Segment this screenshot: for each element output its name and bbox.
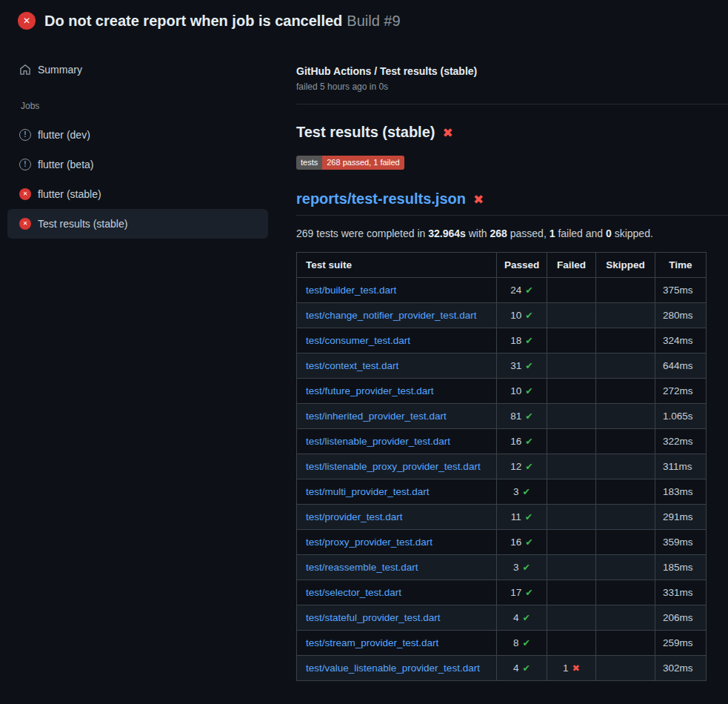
time-cell: 185ms	[655, 555, 707, 580]
skipped-cell	[596, 278, 655, 303]
col-header-time: Time	[655, 253, 707, 278]
suite-link[interactable]: test/reassemble_test.dart	[306, 562, 418, 573]
job-status-icon: !	[19, 159, 31, 170]
col-header-failed: Failed	[547, 253, 596, 278]
sidebar-job-item[interactable]: ! flutter (beta)	[7, 150, 268, 179]
suite-cell: test/provider_test.dart	[297, 505, 497, 530]
failed-cell: ✖	[547, 555, 596, 580]
job-label: flutter (beta)	[38, 159, 93, 170]
time-cell: 291ms	[655, 505, 707, 530]
report-file-link[interactable]: reports/test-results.json	[296, 190, 466, 207]
passed-count: 81	[510, 411, 521, 422]
suite-cell: test/consumer_test.dart	[297, 328, 497, 353]
passed-count: 11	[511, 511, 521, 522]
check-icon: ✔	[523, 663, 530, 674]
failed-cell: ✖	[547, 328, 596, 353]
summary-label: Summary	[38, 64, 82, 76]
passed-cell: 8✔	[497, 631, 547, 656]
table-header-row: Test suite Passed Failed Skipped Time	[297, 253, 707, 278]
check-icon: ✔	[525, 386, 532, 396]
col-header-test-suite: Test suite	[297, 253, 497, 278]
passed-count: 3	[513, 486, 519, 497]
suite-link[interactable]: test/consumer_test.dart	[306, 335, 410, 346]
job-label: flutter (dev)	[38, 129, 90, 141]
jobs-list: ! flutter (dev) ! flutter (beta) ✕ flutt…	[7, 120, 268, 239]
suite-link[interactable]: test/proxy_provider_test.dart	[306, 537, 433, 548]
job-status-icon: ✕	[19, 188, 31, 200]
sidebar-job-item[interactable]: ✕ Test results (stable)	[7, 209, 268, 239]
suite-cell: test/stream_provider_test.dart	[297, 631, 497, 656]
badge-value: 268 passed, 1 failed	[322, 156, 404, 170]
suite-cell: test/builder_test.dart	[297, 278, 497, 303]
suite-cell: test/inherited_provider_test.dart	[297, 404, 497, 429]
job-status-icon: ✕	[19, 218, 31, 230]
table-row: test/proxy_provider_test.dart 16✔ ✖ 359m…	[297, 530, 707, 555]
suite-link[interactable]: test/context_test.dart	[306, 360, 398, 371]
suite-cell: test/reassemble_test.dart	[297, 555, 497, 580]
check-icon: ✔	[525, 311, 532, 321]
suite-link[interactable]: test/inherited_provider_test.dart	[306, 411, 447, 422]
suite-link[interactable]: test/change_notifier_provider_test.dart	[306, 310, 476, 321]
table-row: test/change_notifier_provider_test.dart …	[297, 303, 707, 328]
suite-link[interactable]: test/provider_test.dart	[306, 511, 403, 522]
time-cell: 375ms	[655, 278, 707, 303]
passed-count: 17	[510, 587, 521, 598]
table-row: test/provider_test.dart 11✔ ✖ 291ms	[297, 505, 707, 530]
summary-failed-count: 1	[550, 228, 555, 239]
time-cell: 322ms	[655, 429, 707, 454]
time-cell: 324ms	[655, 328, 707, 353]
suite-link[interactable]: test/multi_provider_test.dart	[306, 486, 430, 497]
sidebar-job-item[interactable]: ! flutter (dev)	[7, 120, 268, 150]
passed-count: 12	[510, 461, 521, 472]
suite-cell: test/selector_test.dart	[297, 580, 497, 605]
failed-cell: ✖	[547, 530, 596, 555]
check-icon: ✔	[523, 638, 530, 648]
skipped-cell	[596, 429, 655, 454]
sidebar-job-item[interactable]: ✕ flutter (stable)	[7, 179, 268, 209]
suite-link[interactable]: test/future_provider_test.dart	[306, 385, 434, 396]
job-label: Test results (stable)	[38, 218, 127, 230]
failed-cell: ✖	[547, 631, 596, 656]
col-header-skipped: Skipped	[596, 253, 655, 278]
job-label: flutter (stable)	[38, 188, 101, 200]
passed-cell: 24✔	[497, 278, 547, 303]
table-row: test/multi_provider_test.dart 3✔ ✖ 183ms	[297, 479, 707, 505]
job-status-icon: !	[19, 129, 31, 141]
suite-link[interactable]: test/listenable_provider_test.dart	[306, 436, 450, 447]
skipped-cell	[596, 605, 655, 631]
failed-cell: ✖	[547, 580, 596, 605]
check-icon: ✔	[525, 462, 532, 472]
failed-cell: ✖	[547, 353, 596, 379]
suite-cell: test/proxy_provider_test.dart	[297, 530, 497, 555]
skipped-cell	[596, 555, 655, 580]
table-row: test/inherited_provider_test.dart 81✔ ✖ …	[297, 404, 707, 429]
suite-link[interactable]: test/listenable_proxy_provider_test.dart	[306, 461, 481, 472]
suite-link[interactable]: test/builder_test.dart	[306, 285, 396, 296]
badge-label: tests	[296, 156, 322, 170]
section-title: Test results (stable)	[296, 124, 435, 141]
failed-cell: ✖	[547, 278, 596, 303]
summary-part: with	[466, 228, 490, 239]
table-row: test/builder_test.dart 24✔ ✖ 375ms	[297, 278, 707, 303]
home-icon	[19, 64, 31, 76]
passed-cell: 12✔	[497, 454, 547, 479]
passed-count: 4	[513, 612, 519, 623]
table-body: test/builder_test.dart 24✔ ✖ 375ms test/…	[297, 278, 707, 681]
passed-count: 8	[513, 637, 519, 648]
report-heading-row: reports/test-results.json ✖	[296, 190, 728, 216]
suite-link[interactable]: test/stateful_provider_test.dart	[306, 612, 441, 623]
skipped-cell	[596, 353, 655, 379]
sidebar-item-summary[interactable]: Summary	[7, 59, 268, 80]
passed-count: 4	[513, 663, 519, 674]
suite-link[interactable]: test/stream_provider_test.dart	[306, 637, 438, 648]
passed-count: 31	[510, 360, 521, 371]
failed-cell: ✖	[547, 605, 596, 631]
table-row: test/listenable_proxy_provider_test.dart…	[297, 454, 707, 479]
skipped-cell	[596, 580, 655, 605]
suite-link[interactable]: test/value_listenable_provider_test.dart	[306, 663, 480, 674]
time-cell: 183ms	[655, 479, 707, 505]
skipped-cell	[596, 479, 655, 505]
failed-cell: ✖	[547, 429, 596, 454]
skipped-cell	[596, 379, 655, 404]
suite-link[interactable]: test/selector_test.dart	[306, 587, 401, 598]
